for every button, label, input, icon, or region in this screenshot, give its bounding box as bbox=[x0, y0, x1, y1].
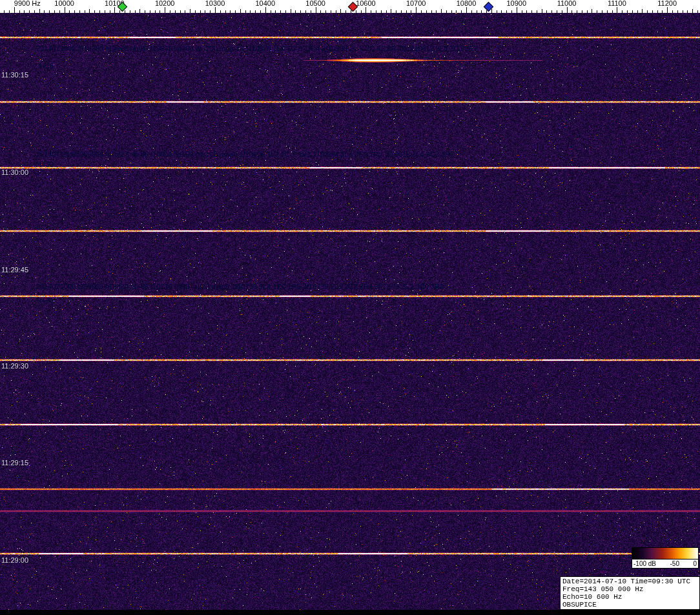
colorbar-max-label: 0 bbox=[693, 560, 697, 568]
colorbar-legend: -100 dB -50 0 bbox=[632, 547, 699, 569]
freq-tick-label-10800: 10800 bbox=[457, 0, 477, 7]
freq-tick-label-10600: 10600 bbox=[356, 0, 376, 7]
station-info-box: Date=2014-07-10 Time=09:30 UTC Freq=143 … bbox=[560, 576, 700, 610]
info-freq-line: Freq=143 050 000 Hz bbox=[562, 585, 697, 593]
spectrogram-waterfall[interactable] bbox=[0, 13, 700, 610]
frequency-ruler[interactable]: 9900 Hz100001010010200103001040010500106… bbox=[0, 0, 700, 13]
freq-tick-label-10300: 10300 bbox=[205, 0, 225, 7]
freq-tick-label-10500: 10500 bbox=[305, 0, 325, 7]
freq-tick-label-10700: 10700 bbox=[406, 0, 426, 7]
info-station-line: OBSUPICE bbox=[562, 601, 697, 609]
freq-tick-label-11100: 11100 bbox=[608, 0, 626, 7]
meteor-spectrogram-app: 9900 Hz100001010010200103001040010500106… bbox=[0, 0, 700, 615]
info-date-line: Date=2014-07-10 Time=09:30 UTC bbox=[562, 578, 697, 585]
freq-tick-label-9900: 9900 Hz bbox=[14, 0, 41, 7]
bottom-black-bar bbox=[0, 610, 700, 615]
freq-tick-label-11000: 11000 bbox=[557, 0, 577, 7]
freq-tick-label-11200: 11200 bbox=[657, 0, 677, 7]
colorbar-labels: -100 dB -50 0 bbox=[632, 560, 699, 569]
freq-tick-label-10000: 10000 bbox=[54, 0, 74, 7]
freq-tick-label-10400: 10400 bbox=[255, 0, 275, 7]
colorbar-gradient bbox=[632, 547, 699, 560]
colorbar-min-label: -100 dB bbox=[633, 560, 656, 568]
info-echo-line: Echo=10 600 Hz bbox=[562, 593, 697, 601]
freq-tick-label-10900: 10900 bbox=[506, 0, 526, 7]
colorbar-mid-label: -50 bbox=[670, 560, 679, 568]
freq-tick-label-10200: 10200 bbox=[155, 0, 175, 7]
